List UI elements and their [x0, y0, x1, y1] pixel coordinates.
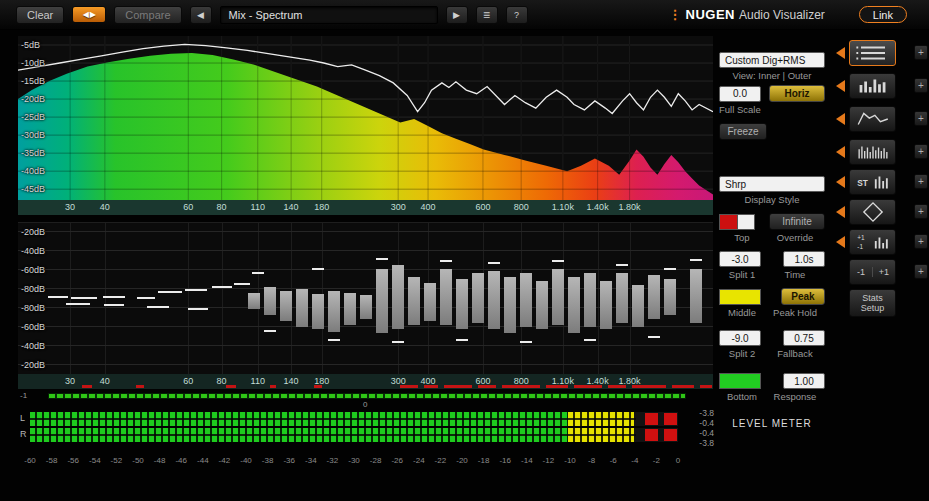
- next-preset-button[interactable]: ▶: [446, 6, 468, 24]
- meter-scale-label: -56: [67, 456, 79, 465]
- histogram-y-label: -60dB: [21, 322, 45, 332]
- histogram-freq-label: 60: [183, 376, 193, 386]
- channel-label: R: [20, 429, 27, 439]
- peak-dash: [552, 260, 564, 262]
- add-instance-button[interactable]: +: [914, 144, 928, 159]
- display-slot-3-button[interactable]: [849, 106, 896, 132]
- level-meter-bar[interactable]: [30, 428, 678, 442]
- meter-scale-label: -32: [327, 456, 339, 465]
- swap-compare-button[interactable]: ◀▶: [72, 6, 106, 23]
- clear-button[interactable]: Clear: [16, 6, 64, 24]
- brand-name: NUGEN: [686, 7, 735, 22]
- add-instance-button[interactable]: +: [914, 234, 928, 249]
- middle-color-swatch[interactable]: [719, 289, 761, 305]
- preset-display[interactable]: Mix - Spectrum: [220, 6, 438, 24]
- help-button[interactable]: ?: [506, 6, 528, 24]
- histogram-bar: [312, 294, 324, 329]
- level-meter-label: LEVEL METER: [719, 418, 825, 429]
- meter-scale: -60-58-56-54-52-50-48-46-44-42-40-38-36-…: [30, 456, 678, 466]
- horiz-button[interactable]: Horiz: [769, 85, 825, 102]
- meter-mode-select[interactable]: Custom Dig+RMS: [719, 52, 825, 68]
- histogram-bar: [280, 291, 292, 321]
- peak-dash: [212, 286, 232, 288]
- select-tab-arrow[interactable]: [836, 80, 845, 92]
- add-instance-button[interactable]: +: [914, 45, 928, 60]
- response-label: Response: [765, 391, 825, 402]
- toolbar: Clear ◀▶ Compare ◀ Mix - Spectrum ▶ ≡ ? …: [0, 0, 929, 30]
- add-instance-button[interactable]: +: [914, 174, 928, 189]
- histogram-bar: [296, 289, 308, 327]
- meter-scale-label: -6: [610, 456, 617, 465]
- histogram-bar: [504, 277, 516, 333]
- peak-dash: [376, 258, 388, 260]
- rail-row: +: [836, 73, 928, 100]
- range-toggle-option[interactable]: -1: [850, 267, 873, 277]
- response-input[interactable]: 1.00: [783, 373, 825, 389]
- display-slot-5-button[interactable]: ST: [849, 169, 896, 195]
- split1-input[interactable]: -3.0: [719, 251, 761, 267]
- svg-text:-1: -1: [857, 243, 863, 250]
- stats-setup-button[interactable]: Stats Setup: [849, 289, 896, 317]
- peak-hold-button[interactable]: Peak: [781, 288, 825, 305]
- split2-input[interactable]: -9.0: [719, 330, 761, 346]
- display-rail: ++++ST+++1-1+-1+1+Stats Setup: [836, 36, 928, 472]
- histogram-bar: [616, 273, 628, 323]
- spectrum-display[interactable]: -5dB-10dB-15dB-20dB-25dB-30dB-35dB-40dB-…: [18, 36, 713, 200]
- meter-split-line: [30, 434, 636, 436]
- range-toggle-button[interactable]: -1+1: [849, 259, 896, 285]
- list-icon: ≡: [483, 8, 490, 22]
- clip-tick: [546, 385, 568, 388]
- histogram-bar: [690, 269, 702, 323]
- top-color-swatch[interactable]: [719, 214, 755, 230]
- preset-list-button[interactable]: ≡: [476, 6, 498, 24]
- histogram-bar: [248, 293, 260, 309]
- peak-dash: [48, 296, 68, 298]
- bottom-color-swatch[interactable]: [719, 373, 761, 389]
- histogram-bar: [408, 277, 420, 325]
- prev-preset-button[interactable]: ◀: [190, 6, 212, 24]
- right-arrow-icon: ▶: [90, 10, 96, 19]
- display-style-select[interactable]: Shrp: [719, 176, 825, 192]
- display-slot-4-button[interactable]: [849, 139, 896, 165]
- add-instance-button[interactable]: +: [914, 264, 928, 279]
- full-scale-label: Full Scale: [719, 104, 825, 115]
- histogram-bar: [456, 279, 468, 329]
- display-slot-6-button[interactable]: [849, 199, 896, 225]
- meter-scale-label: -22: [435, 456, 447, 465]
- select-tab-arrow[interactable]: [836, 146, 845, 158]
- histogram-bar: [648, 275, 660, 319]
- add-instance-button[interactable]: +: [914, 204, 928, 219]
- brand-product: Audio Visualizer: [739, 8, 825, 22]
- spectrum-freq-label: 300: [391, 202, 406, 212]
- level-meter-bar[interactable]: [30, 412, 678, 426]
- histogram-bar: [568, 277, 580, 333]
- link-button[interactable]: Link: [859, 6, 907, 23]
- clip-tick: [424, 385, 438, 388]
- meter-scale-label: -18: [478, 456, 490, 465]
- stats-setup-label: Stats Setup: [850, 293, 895, 313]
- select-tab-arrow[interactable]: [836, 206, 845, 218]
- fallback-input[interactable]: 0.75: [783, 330, 825, 346]
- time-input[interactable]: 1.0s: [783, 251, 825, 267]
- peak-dash: [312, 268, 324, 270]
- full-scale-input[interactable]: 0.0: [719, 86, 761, 102]
- display-slot-7-button[interactable]: +1-1: [849, 229, 896, 255]
- add-instance-button[interactable]: +: [914, 78, 928, 93]
- histogram-display[interactable]: -20dB-40dB-60dB-80dB-80dB-60dB-40dB-20dB: [18, 222, 713, 374]
- select-tab-arrow[interactable]: [836, 113, 845, 125]
- histogram-y-label: -40dB: [21, 246, 45, 256]
- compare-button[interactable]: Compare: [114, 6, 181, 24]
- range-toggle-option[interactable]: +1: [873, 267, 895, 277]
- select-tab-arrow[interactable]: [836, 47, 845, 59]
- meter-scale-label: -58: [46, 456, 58, 465]
- display-slot-2-button[interactable]: [849, 73, 896, 99]
- display-slot-1-button[interactable]: [849, 40, 896, 66]
- infinite-button[interactable]: Infinite: [769, 213, 825, 230]
- freeze-button[interactable]: Freeze: [719, 123, 767, 140]
- select-tab-arrow[interactable]: [836, 176, 845, 188]
- add-instance-button[interactable]: +: [914, 111, 928, 126]
- spectrum-freq-label: 400: [421, 202, 436, 212]
- spectrum-freq-label: 1.80k: [619, 202, 641, 212]
- select-tab-arrow[interactable]: [836, 236, 845, 248]
- correlation-meter[interactable]: [48, 393, 686, 399]
